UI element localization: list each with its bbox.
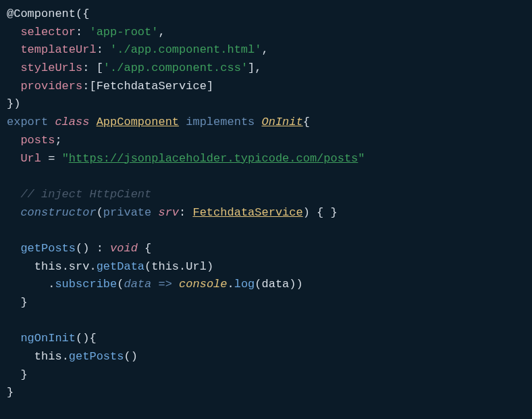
keyword-export: export xyxy=(7,116,48,128)
keyword-class: class xyxy=(55,116,89,128)
brace: ({ xyxy=(76,7,89,20)
keyword-implements: implements xyxy=(186,116,255,128)
decorator: @Component xyxy=(7,7,76,20)
brace-close: }) xyxy=(7,97,20,110)
prop-providers: providers xyxy=(20,80,82,93)
prop-selector: selector xyxy=(20,26,76,39)
arrow-param-data: data xyxy=(124,278,151,291)
prop-templateurl: templateUrl xyxy=(20,43,96,56)
url-string: https://jsonplaceholder.typicode.com/pos… xyxy=(69,152,358,165)
comment: // inject HttpCient xyxy=(20,188,151,201)
interface-name: OnInit xyxy=(262,116,303,128)
console: console xyxy=(179,278,227,291)
prop-styleurls: styleUrls xyxy=(20,61,82,74)
member-posts: posts xyxy=(20,134,55,147)
method-getposts: getPosts xyxy=(20,242,76,255)
class-name: AppComponent xyxy=(97,116,179,128)
providers-value: FetchdataService xyxy=(97,80,207,93)
code-editor[interactable]: @Component({ selector: 'app-root', templ… xyxy=(7,5,525,402)
string-selector: 'app-root' xyxy=(89,26,158,39)
type-fetchdataservice: FetchdataService xyxy=(192,206,302,219)
constructor-keyword: constructor xyxy=(20,206,96,219)
keyword-void: void xyxy=(110,242,138,255)
member-url: Url xyxy=(20,152,41,165)
call-getdata: getData xyxy=(97,260,144,273)
console-log: log xyxy=(234,278,255,291)
keyword-private: private xyxy=(103,206,151,219)
string-styleurls: './app.component.css' xyxy=(103,61,248,74)
call-getposts: getPosts xyxy=(69,350,124,363)
method-ngoninit: ngOnInit xyxy=(20,332,76,345)
string-templateurl: './app.component.html' xyxy=(110,43,261,56)
param-srv: srv xyxy=(158,206,179,219)
call-subscribe: subscribe xyxy=(55,278,117,291)
